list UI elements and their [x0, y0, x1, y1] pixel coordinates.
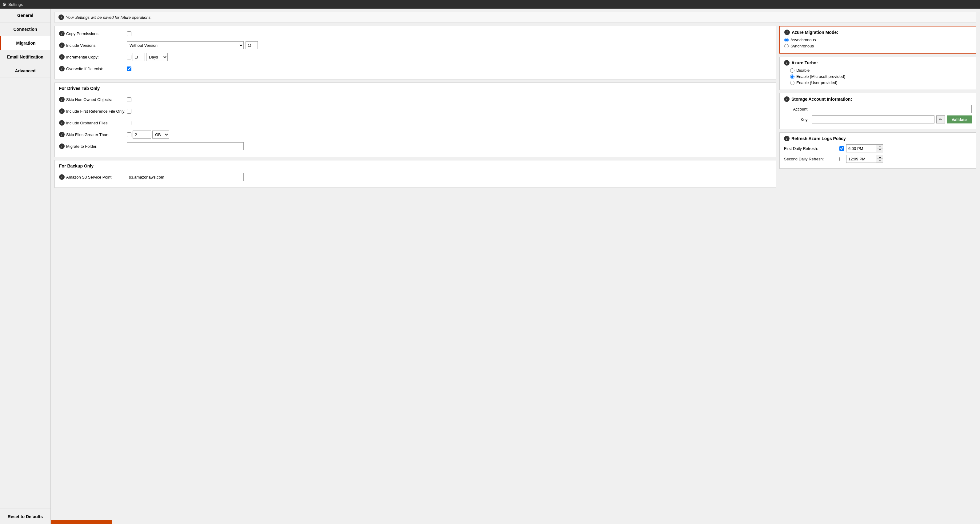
first-daily-refresh-spinner: ▲ ▼ [877, 145, 883, 152]
incremental-copy-row: i Incremental Copy: Days Hours Minutes [59, 53, 772, 61]
overwrite-control [127, 67, 772, 71]
info-icon-azure-mode: i [784, 30, 790, 35]
azure-turbo-disable-radio[interactable] [790, 68, 794, 73]
sidebar-item-general[interactable]: General [0, 9, 51, 22]
info-icon-incremental: i [59, 54, 65, 60]
second-daily-refresh-spinner: ▲ ▼ [877, 155, 883, 162]
second-daily-refresh-down-button[interactable]: ▼ [877, 159, 883, 162]
sidebar-item-email-notification[interactable]: Email Notification [0, 50, 51, 64]
azure-turbo-section: i Azure Turbo: Disable Enable (Microsoft… [780, 57, 976, 90]
skip-files-value[interactable] [133, 131, 151, 139]
backup-panel-title: For Backup Only [59, 164, 772, 170]
account-row: Account: [784, 105, 972, 113]
include-versions-control: Without Version With Version All Version… [127, 41, 772, 49]
second-daily-refresh-up-button[interactable]: ▲ [877, 155, 883, 159]
include-first-ref-label: i Include First Reference File Only: [59, 108, 127, 114]
migrate-to-folder-control [127, 142, 772, 150]
migrate-to-folder-label: i Migrate to Folder: [59, 143, 127, 149]
first-daily-refresh-time: ▲ ▼ [846, 144, 883, 152]
second-daily-refresh-label: Second Daily Refresh: [784, 157, 839, 161]
info-icon-copy: i [59, 31, 65, 36]
azure-mode-async-radio[interactable] [784, 38, 789, 42]
overwrite-row: i Overwrite if file exist: [59, 64, 772, 73]
account-label: Account: [784, 107, 812, 111]
info-banner-text: Your Settings will be saved for future o… [66, 15, 152, 20]
copy-permissions-control [127, 32, 772, 36]
key-input[interactable] [812, 115, 934, 123]
azure-turbo-title: i Azure Turbo: [784, 60, 972, 65]
include-first-ref-control [127, 109, 772, 114]
overwrite-label: i Overwrite if file exist: [59, 66, 127, 72]
skip-non-owned-label: i Skip Non Owned Objects: [59, 97, 127, 102]
azure-mode-async-option: Asynchronous [784, 38, 971, 42]
info-icon-skip-files: i [59, 132, 65, 137]
first-daily-refresh-checkbox[interactable] [839, 146, 844, 151]
skip-files-label: i Skip Files Greater Than: [59, 132, 127, 137]
include-versions-label: i Include Versions: [59, 43, 127, 48]
title-bar: ⚙ Settings [0, 0, 980, 9]
info-icon-overwrite: i [59, 66, 65, 72]
azure-turbo-disable-option: Disable [790, 68, 972, 73]
s3-service-point-control [127, 173, 772, 181]
include-first-ref-checkbox[interactable] [127, 109, 131, 114]
incremental-copy-checkbox[interactable] [127, 55, 131, 59]
copy-permissions-label: i Copy Permissions: [59, 31, 127, 36]
include-versions-row: i Include Versions: Without Version With… [59, 41, 772, 49]
key-edit-button[interactable]: ✏ [936, 115, 945, 123]
storage-account-title: i Storage Account Information: [784, 96, 972, 102]
info-icon-first-ref: i [59, 108, 65, 114]
account-input[interactable] [812, 105, 972, 113]
settings-icon: ⚙ [2, 2, 6, 7]
copy-permissions-row: i Copy Permissions: [59, 29, 772, 38]
title-bar-text: Settings [8, 2, 23, 7]
overwrite-checkbox[interactable] [127, 67, 131, 71]
refresh-policy-section: i Refresh Azure Logs Policy First Daily … [780, 132, 976, 169]
app-body: General Connection Migration Email Notif… [0, 9, 980, 524]
sidebar-item-migration[interactable]: Migration [0, 36, 51, 50]
info-icon-refresh: i [784, 136, 789, 141]
first-daily-refresh-down-button[interactable]: ▼ [877, 148, 883, 152]
s3-service-point-input[interactable] [127, 173, 244, 181]
storage-account-section: i Storage Account Information: Account: … [780, 93, 976, 129]
main-content: i Your Settings will be saved for future… [51, 9, 980, 524]
main-settings-panel: i Copy Permissions: i Include Versions: [54, 26, 776, 80]
include-first-ref-row: i Include First Reference File Only: [59, 107, 772, 115]
include-versions-number[interactable] [245, 41, 258, 49]
azure-turbo-ms-option: Enable (Microsoft provided) [790, 74, 972, 79]
info-icon-storage: i [784, 96, 789, 102]
skip-files-checkbox[interactable] [127, 132, 131, 137]
left-column: i Copy Permissions: i Include Versions: [54, 26, 776, 188]
key-input-group: ✏ Validate [812, 115, 972, 123]
incremental-copy-value[interactable] [133, 53, 145, 61]
first-daily-refresh-up-button[interactable]: ▲ [877, 145, 883, 148]
skip-non-owned-row: i Skip Non Owned Objects: [59, 95, 772, 104]
second-daily-refresh-time-input[interactable] [846, 155, 877, 163]
skip-non-owned-checkbox[interactable] [127, 97, 131, 102]
key-label: Key: [784, 117, 812, 122]
scrollbar-thumb[interactable] [51, 520, 112, 524]
info-banner: i Your Settings will be saved for future… [54, 12, 976, 23]
refresh-policy-title: i Refresh Azure Logs Policy [784, 136, 972, 141]
skip-files-unit-select[interactable]: GB MB KB [152, 131, 169, 139]
migrate-to-folder-row: i Migrate to Folder: [59, 142, 772, 151]
azure-turbo-user-radio[interactable] [790, 81, 794, 85]
reset-to-defaults-button[interactable]: Reset to Defaults [0, 509, 51, 524]
copy-permissions-checkbox[interactable] [127, 32, 131, 36]
include-orphaned-checkbox[interactable] [127, 121, 131, 125]
sidebar-item-advanced[interactable]: Advanced [0, 64, 51, 78]
sidebar-item-connection[interactable]: Connection [0, 22, 51, 36]
azure-turbo-ms-radio[interactable] [790, 75, 794, 79]
scrollbar-bottom [51, 520, 980, 524]
include-versions-select[interactable]: Without Version With Version All Version… [127, 41, 244, 49]
validate-button[interactable]: Validate [947, 115, 972, 123]
azure-mode-sync-radio[interactable] [784, 44, 789, 48]
first-daily-refresh-row: First Daily Refresh: ▲ ▼ [784, 144, 972, 152]
first-daily-refresh-time-input[interactable] [846, 144, 877, 152]
migrate-to-folder-input[interactable] [127, 142, 244, 150]
second-daily-refresh-control: ▲ ▼ [839, 155, 972, 163]
second-daily-refresh-checkbox[interactable] [839, 157, 844, 161]
info-icon-versions: i [59, 43, 65, 48]
incremental-copy-unit-select[interactable]: Days Hours Minutes [146, 53, 168, 61]
info-icon-turbo: i [784, 60, 789, 65]
sidebar: General Connection Migration Email Notif… [0, 9, 51, 524]
